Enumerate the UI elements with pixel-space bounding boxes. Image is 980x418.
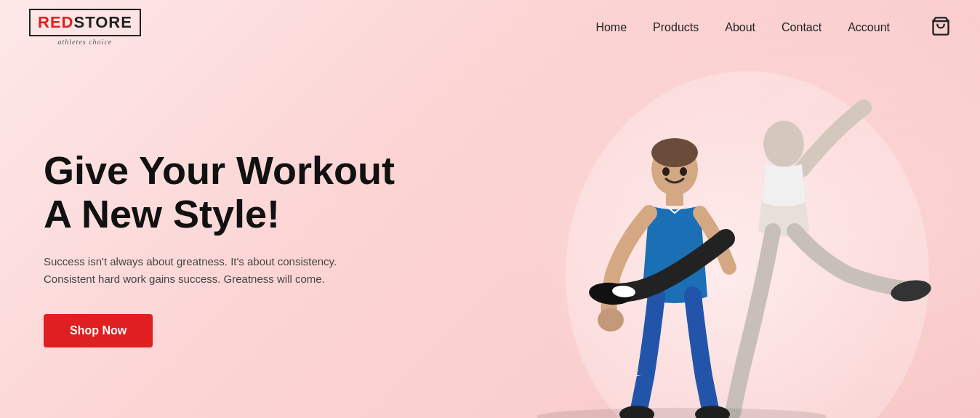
svg-point-11 [680,167,687,176]
athletes-illustration [471,57,965,418]
hero-subtext: Success isn't always about greatness. It… [44,253,349,288]
nav-link-account[interactable]: Account [848,21,890,33]
hero-section: Give Your Workout A New Style! Success i… [0,55,980,418]
logo-tagline: athletes choice [58,38,113,46]
nav-link-about[interactable]: About [725,21,755,33]
svg-point-10 [662,167,670,176]
nav-link-contact[interactable]: Contact [782,21,822,33]
nav-item-about[interactable]: About [725,21,755,34]
logo-red-text: RED [38,13,73,32]
logo-box: RED STORE [29,9,141,36]
page-wrapper: RED STORE athletes choice Home Products … [0,0,980,418]
svg-point-7 [598,308,624,331]
cart-icon-wrapper[interactable] [931,16,951,39]
logo[interactable]: RED STORE athletes choice [29,9,141,46]
navbar: RED STORE athletes choice Home Products … [0,0,980,55]
nav-item-products[interactable]: Products [653,21,699,34]
logo-store-text: STORE [73,13,132,32]
svg-point-5 [651,138,698,167]
nav-item-home[interactable]: Home [595,21,627,34]
hero-heading: Give Your Workout A New Style! [44,149,395,236]
nav-item-account[interactable]: Account [848,21,890,34]
nav-link-home[interactable]: Home [595,21,627,33]
shop-now-button[interactable]: Shop Now [44,314,153,347]
hero-heading-line2: A New Style! [44,192,280,236]
nav-item-contact[interactable]: Contact [782,21,822,34]
nav-links: Home Products About Contact Account [595,16,951,39]
svg-point-2 [763,121,804,167]
hero-heading-line1: Give Your Workout [44,148,395,192]
nav-link-products[interactable]: Products [653,21,699,33]
cart-button[interactable] [916,16,951,39]
shopping-bag-icon [931,16,951,36]
svg-rect-6 [666,191,683,206]
hero-text: Give Your Workout A New Style! Success i… [44,149,395,347]
